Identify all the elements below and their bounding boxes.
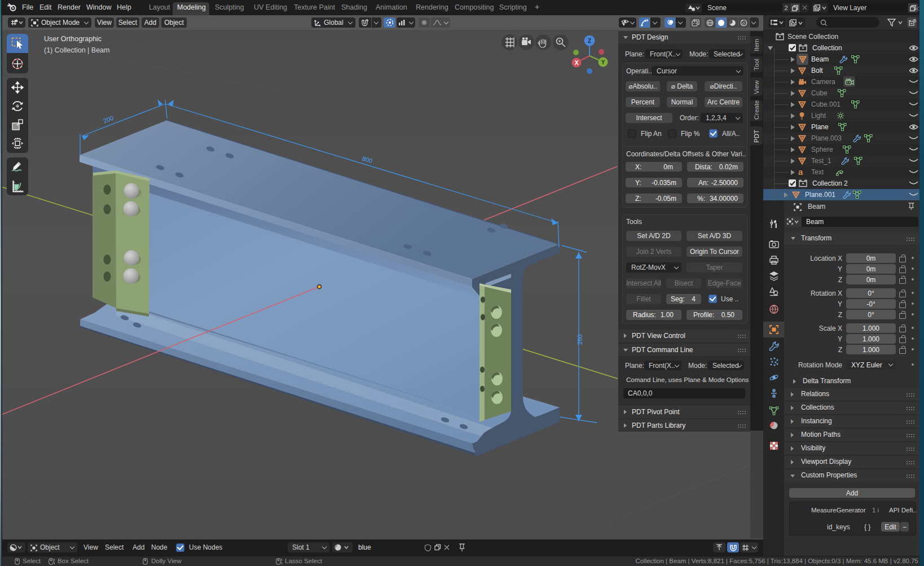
svg-text:Z: Z [588,38,591,44]
svg-text:User Orthographic: User Orthographic [44,35,102,43]
svg-text:280: 280 [577,335,583,345]
svg-text:Y: Y [601,59,605,65]
svg-text:X: X [575,60,579,66]
svg-text:(1) Collection | Beam: (1) Collection | Beam [44,46,110,54]
